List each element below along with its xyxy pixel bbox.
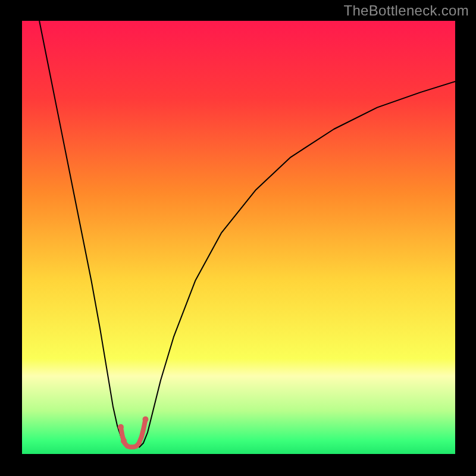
marker-dot-2 — [142, 416, 148, 422]
plot-background — [22, 21, 455, 454]
marker-dot-1 — [121, 438, 127, 444]
bottleneck-chart — [0, 0, 476, 476]
watermark-text: TheBottleneck.com — [343, 2, 469, 19]
marker-dot-0 — [118, 424, 124, 430]
chart-frame: { "watermark": "TheBottleneck.com", "cha… — [0, 0, 476, 476]
